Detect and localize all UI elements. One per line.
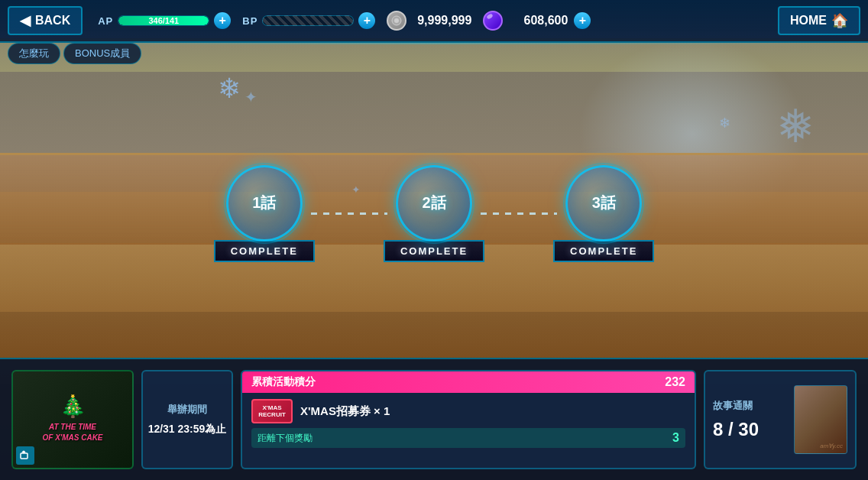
svg-rect-2 [21, 453, 28, 459]
chapters-area: 1話 COMPLETE 2話 COMPLETE 3話 COMPLETE [0, 69, 868, 358]
rewards-header: 累積活動積分 232 [242, 371, 695, 393]
event-logo: 🎄 AT THE TIME OF X'MAS CAKE [11, 370, 134, 469]
bp-section: BP + [242, 12, 375, 29]
rewards-score: 232 [665, 375, 685, 389]
currency-amount: 9,999,999 [410, 14, 471, 28]
reward-item: X'MAS RECRUIT X'MAS招募券 × 1 [251, 399, 685, 423]
next-reward-count: 3 [672, 431, 679, 445]
gem-icon [483, 11, 503, 31]
back-button[interactable]: ◀ BACK [8, 6, 83, 35]
ap-value: 346/141 [148, 16, 179, 25]
story-label: 故事通關 [713, 399, 788, 413]
story-info: 故事通關 8 / 30 [713, 399, 788, 440]
back-label: BACK [35, 14, 70, 28]
chapter-2-node: 2話 COMPLETE [384, 165, 484, 262]
back-arrow-icon: ◀ [20, 12, 31, 29]
connector-1-2 [311, 212, 387, 215]
chapter-3-label: 3話 [592, 193, 616, 213]
bonus-member-button[interactable]: BONUS成員 [63, 43, 141, 64]
period-date: 12/31 23:59為止 [148, 423, 227, 436]
ap-plus-button[interactable]: + [214, 12, 231, 29]
chapter-2-label: 2話 [422, 193, 445, 213]
chapter-3-circle[interactable]: 3話 [565, 165, 642, 242]
ap-section: AP 346/141 + [98, 12, 231, 29]
story-progress: 8 / 30 [713, 419, 788, 440]
period-label: 舉辦期間 [167, 403, 207, 417]
sub-navigation: 怎麼玩 BONUS成員 [8, 43, 141, 64]
ap-bar: 346/141 [118, 15, 209, 26]
story-section: 故事通關 8 / 30 am∀y.cc [704, 370, 857, 469]
share-icon[interactable] [16, 446, 34, 465]
bp-bar [262, 15, 354, 26]
chapter-2-circle[interactable]: 2話 [396, 165, 472, 242]
event-period-box: 舉辦期間 12/31 23:59為止 [141, 370, 233, 469]
chapter-3-node: 3話 COMPLETE [553, 165, 654, 262]
rewards-title: 累積活動積分 [251, 375, 316, 389]
bottom-panel: 🎄 AT THE TIME OF X'MAS CAKE 舉辦期間 12/31 2… [0, 358, 868, 480]
event-title: AT THE TIME OF X'MAS CAKE [39, 419, 105, 446]
chapter-row: 1話 COMPLETE 2話 COMPLETE 3話 COMPLETE [214, 165, 655, 262]
ap-label: AP [98, 15, 113, 27]
currency-section: 9,999,999 [387, 11, 471, 31]
event-tree-icon: 🎄 [60, 394, 86, 419]
rewards-section: 累積活動積分 232 X'MAS RECRUIT X'MAS招募券 × 1 距離… [241, 370, 696, 469]
chapter-1-label: 1話 [252, 193, 276, 213]
bp-plus-button[interactable]: + [358, 12, 375, 29]
chapter-1-node: 1話 COMPLETE [214, 165, 315, 262]
how-to-play-button[interactable]: 怎麼玩 [8, 43, 60, 64]
rewards-body: X'MAS RECRUIT X'MAS招募券 × 1 距離下個獎勵 3 [242, 393, 695, 468]
story-image: am∀y.cc [794, 385, 847, 454]
next-reward-label: 距離下個獎勵 [257, 432, 313, 445]
svg-point-1 [394, 18, 399, 23]
home-label: HOME [790, 14, 827, 28]
watermark: am∀y.cc [820, 443, 843, 449]
chapter-1-circle[interactable]: 1話 [226, 165, 303, 242]
gem-section: 608,600 + [483, 11, 591, 31]
coin-icon [387, 11, 406, 31]
connector-2-3 [481, 212, 557, 215]
reward-item-label: X'MAS招募券 × 1 [300, 404, 390, 419]
next-reward-row: 距離下個獎勵 3 [251, 428, 685, 448]
bp-label: BP [242, 15, 257, 27]
home-icon: 🏠 [831, 12, 848, 29]
top-navigation-bar: ◀ BACK AP 346/141 + BP + 9,999,999 608,6… [0, 0, 868, 43]
home-button[interactable]: HOME 🏠 [778, 6, 860, 35]
gem-plus-button[interactable]: + [574, 12, 591, 29]
gem-amount: 608,600 [507, 14, 568, 28]
reward-ticket-icon: X'MAS RECRUIT [251, 399, 293, 423]
